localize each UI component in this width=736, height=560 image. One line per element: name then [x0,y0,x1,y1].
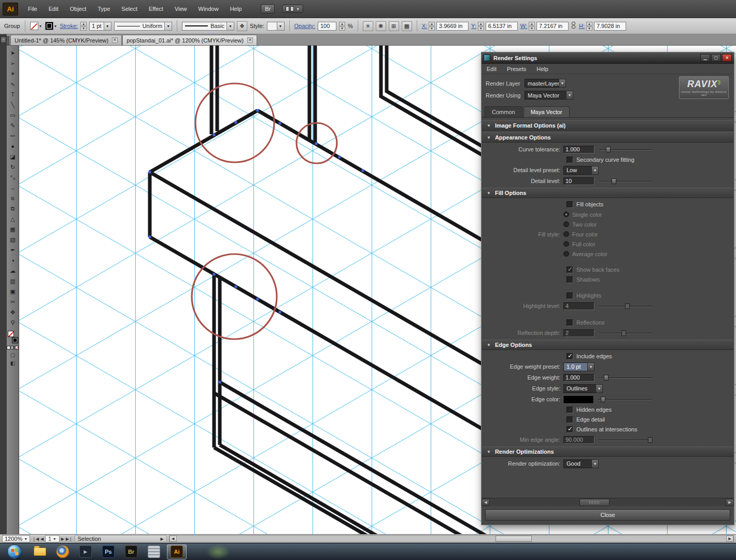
checkbox[interactable] [567,353,573,360]
tool-button[interactable]: T [8,89,18,100]
reflections-checkbox[interactable]: Reflections [567,318,734,327]
fill-stroke-swatches[interactable] [8,331,18,343]
h-label[interactable]: H: [579,23,585,29]
taskbar-photoshop-button[interactable]: Ps [98,544,118,559]
tool-button[interactable]: ↔ [8,183,18,193]
zoom-level-dropdown[interactable]: 1200% ▼ [2,535,30,542]
w-label[interactable]: W: [520,23,527,29]
edge-detail-checkbox[interactable]: Edge detail [567,415,734,424]
previous-artboard-icon[interactable]: ◀ [40,537,44,541]
dialog-tab[interactable]: Common [485,106,522,117]
document-tab[interactable]: Untitled-1* @ 145% (CMYK/Preview) ✕ [10,35,122,45]
menu-item[interactable]: Object [64,0,92,18]
scrollbar-thumb[interactable] [496,536,532,542]
tool-button[interactable]: ◪ [8,151,18,162]
scroll-left-icon[interactable]: ◀ [169,536,177,542]
checkbox[interactable] [567,426,573,433]
dialog-menu-item[interactable]: Help [531,66,554,72]
edge-weight-preset-dropdown[interactable]: 1.0 pt ▼ [563,362,595,371]
scroll-right-icon[interactable]: ▶ [726,536,733,542]
align-panel-button[interactable]: ⊞ [389,21,399,31]
opacity-panel-link[interactable]: Opacity: [294,23,315,29]
dialog-titlebar[interactable]: Render Settings ▁ ▢ ✕ [482,52,734,64]
radio[interactable] [563,251,569,257]
menu-item[interactable]: View [169,0,193,18]
x-input[interactable]: 3.9669 in [436,22,469,31]
radio[interactable] [563,231,569,237]
show-back-faces-checkbox[interactable]: Show back faces [567,265,734,274]
curve-tolerance-input[interactable]: 1.000 [563,146,595,153]
menu-item[interactable]: Select [116,0,143,18]
tool-button[interactable]: ▥ [8,276,18,286]
dialog-tab[interactable]: Maya Vector [523,106,570,117]
tool-button[interactable]: ✏ [8,131,18,141]
dialog-horizontal-scrollbar[interactable]: ◀ ▶ [482,498,734,506]
x-label[interactable]: X: [422,23,427,29]
minimize-icon[interactable]: ▁ [700,54,710,62]
last-artboard-icon[interactable]: ▶❘ [66,537,73,541]
go-to-bridge-button[interactable]: Br [261,4,275,13]
section-image-format[interactable]: ▼ Image Format Options (ai) [482,120,733,131]
taskbar-explorer-button[interactable] [30,544,50,559]
tool-button[interactable]: ☁ [8,265,18,276]
stroke-weight-stepper[interactable]: ▲▼ [80,22,87,31]
checkbox[interactable] [567,267,573,273]
tool-button[interactable]: ▦ [8,224,18,234]
curve-tolerance-slider[interactable] [599,146,653,153]
scroll-left-icon[interactable]: ◀ [482,499,490,506]
two-color-radio[interactable]: Two color [482,219,731,229]
start-button[interactable] [7,544,22,559]
tool-button[interactable]: ⚲ [8,317,18,328]
tool-button[interactable]: ⤡ [8,172,18,183]
scroll-right-icon[interactable]: ▶ [726,499,734,506]
horizontal-scrollbar[interactable]: ◀ ▶ [169,535,734,542]
highlight-level-input[interactable]: 4 [563,302,595,310]
stroke-color-button[interactable]: ▼ [45,22,58,30]
secondary-curve-fitting-checkbox[interactable]: Secondary curve fitting [567,155,734,164]
y-label[interactable]: Y: [471,23,476,29]
h-input[interactable]: 7.9028 in [594,22,626,31]
tool-button[interactable]: ✎ [8,120,18,131]
average-color-radio[interactable]: Average color [482,249,731,259]
opacity-input[interactable]: 100 [318,22,336,31]
section-render-optimizations[interactable]: ▼ Render Optimizations [482,446,733,457]
variable-width-profile-dropdown[interactable]: Uniform ▼ [114,22,173,31]
section-fill-options[interactable]: ▼ Fill Options [482,188,733,198]
tool-button[interactable]: △ [8,214,18,224]
dialog-menu-item[interactable]: Edit [482,66,502,72]
menu-item[interactable]: Effect [143,0,169,18]
taskbar-firefox-button[interactable] [53,544,73,559]
highlight-level-slider[interactable] [599,303,653,310]
min-edge-angle-input[interactable]: 90.000 [563,436,595,444]
transform-panel-button[interactable]: ▦ [402,21,412,31]
radio[interactable] [563,212,569,217]
radio[interactable] [563,241,569,247]
checkbox[interactable] [567,407,573,413]
y-input[interactable]: 6.5137 in [486,22,518,31]
screen-mode-icon[interactable]: ◧ [10,360,15,366]
edge-weight-input[interactable]: 1.000 [563,374,595,382]
taskbar-illustrator-button[interactable]: Ai [167,544,187,559]
next-artboard-icon[interactable]: ▶ [61,537,64,541]
taskbar-bridge-button[interactable]: Br [121,544,141,559]
tool-button[interactable]: ▣ [8,286,18,297]
color-mode-buttons[interactable] [7,346,19,349]
stroke-swatch[interactable] [12,337,18,343]
maximize-icon[interactable]: ▢ [711,54,721,62]
opacity-stepper[interactable]: ▲▼ [339,22,345,31]
checkbox[interactable] [567,416,573,423]
tool-button[interactable]: ⧉ [8,203,18,214]
edit-contents-button[interactable]: ❋ [376,21,386,31]
fill-color-button[interactable]: ▼ [30,22,43,30]
include-edges-checkbox[interactable]: Include edges [567,352,734,361]
four-color-radio[interactable]: Fill style: Four color [482,229,731,239]
stroke-panel-link[interactable]: Stroke: [60,23,78,29]
status-display[interactable]: Selection ▶ [75,535,167,542]
recolor-artwork-button[interactable]: ❖ [237,21,247,31]
detail-level-preset-dropdown[interactable]: Low ▼ [563,166,599,175]
tool-button[interactable]: ✒ [8,245,18,255]
fill-objects-checkbox[interactable]: Fill objects [567,200,734,209]
menu-item[interactable]: File [22,0,43,18]
tool-button[interactable]: ▧ [8,234,18,245]
menu-item[interactable]: Help [224,0,248,18]
